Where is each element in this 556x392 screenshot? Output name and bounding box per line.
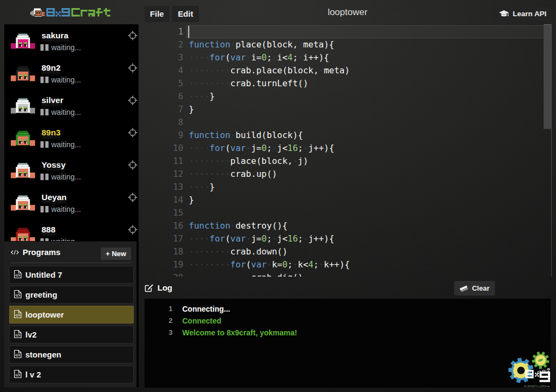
programs-panel: Programs + New Untitled 7 greeting loopt… (4, 242, 136, 387)
player-name: 89n3 (42, 128, 60, 137)
player-avatar-image (11, 60, 36, 82)
program-item-Untitled-7[interactable]: Untitled 7 (9, 266, 134, 284)
code-line-11: ········place(block,·j) (189, 155, 308, 168)
locate-player-button[interactable] (128, 63, 138, 73)
gutter-line-number: 3 (139, 51, 183, 64)
code-line-7: } (189, 103, 194, 116)
program-label: looptower (25, 310, 64, 319)
gutter-line-number: 8 (139, 116, 183, 129)
program-label: lv2 (25, 330, 37, 339)
graduation-cap-icon (499, 10, 509, 18)
player-row-Yossy[interactable]: Yossy waiting... (4, 155, 139, 188)
pause-icon (40, 77, 49, 83)
player-status-text: waiting... (51, 205, 81, 214)
player-avatar (11, 190, 36, 214)
code-line-14: } (189, 194, 194, 207)
locate-player-button[interactable] (128, 128, 138, 137)
program-item-greeting[interactable]: greeting (9, 286, 134, 304)
player-row-89n3[interactable]: 89n3 waiting... (4, 123, 139, 155)
player-status-text: waiting... (51, 75, 81, 84)
player-name: sakura (42, 31, 68, 40)
file-code-icon-wrap (14, 349, 22, 360)
locate-player-button[interactable] (128, 31, 138, 40)
code-line-16: function·destroy(){ (189, 219, 287, 232)
player-status-text: waiting... (51, 173, 81, 181)
player-name: Ueyan (42, 192, 67, 202)
log-entry-2: 2 Connected (145, 315, 551, 327)
gutter-line-number: 13 (139, 181, 183, 194)
player-row-89n2[interactable]: 89n2 waiting... (4, 58, 139, 91)
program-item-l-v-2[interactable]: l v 2 (9, 366, 134, 383)
program-item-looptower[interactable]: looptower (9, 306, 134, 324)
file-code-icon (14, 270, 22, 279)
player-avatar-image (11, 28, 36, 50)
eraser-icon (459, 285, 468, 292)
player-status: waiting... (40, 173, 81, 181)
player-row-sakura[interactable]: sakura waiting... (4, 26, 139, 58)
player-row-silver[interactable]: silver waiting... (4, 91, 139, 123)
clear-log-button[interactable]: Clear (454, 281, 495, 295)
gutter-line-number: 9 (139, 129, 183, 142)
log-entry-1: 1 Connecting... (145, 303, 551, 315)
program-label: l v 2 (25, 370, 41, 379)
locate-player-icon (128, 31, 138, 40)
locate-player-icon (128, 63, 138, 73)
programs-header: Programs (11, 247, 60, 257)
scrollbar-thumb[interactable] (544, 24, 551, 129)
program-item-stonegen[interactable]: stonegen (9, 346, 134, 363)
locate-player-button[interactable] (128, 160, 138, 170)
player-status: waiting... (40, 75, 81, 84)
player-avatar (11, 93, 36, 116)
programs-title: Programs (23, 247, 60, 257)
new-program-button[interactable]: + New (101, 247, 131, 260)
player-avatar-image (11, 125, 36, 147)
file-code-icon-wrap (14, 310, 22, 320)
gutter-line-number: 16 (139, 219, 183, 232)
gutter-line-number: 18 (139, 245, 183, 258)
gutter-line-number: 4 (139, 64, 183, 77)
file-code-icon (14, 369, 22, 379)
locate-player-button[interactable] (128, 95, 138, 105)
player-status: waiting... (40, 108, 81, 116)
player-name: Yossy (42, 160, 66, 170)
code-editor[interactable]: 1234567891011121314151617181920 function… (139, 24, 556, 277)
svg-text:キッズプログラミングスクール: キッズプログラミングスクール (524, 385, 550, 388)
code-line-3: ····for(var·i=0;·i<4;·i++){ (189, 51, 329, 64)
file-code-icon-wrap (14, 369, 22, 380)
player-row-Ueyan[interactable]: Ueyan waiting... (4, 188, 139, 220)
player-avatar-image (11, 93, 36, 114)
sidebar: sakura waiting... 89n2 waiting... (4, 24, 139, 387)
gutter-line-number: 6 (139, 90, 183, 103)
gutter-line-number: 19 (139, 258, 183, 271)
pause-icon (40, 206, 49, 212)
log-line-number: 3 (145, 327, 173, 339)
edit-log-icon (145, 284, 154, 292)
player-avatar (11, 125, 36, 149)
file-code-icon-wrap (14, 329, 22, 340)
gutter-line-number: 5 (139, 77, 183, 90)
player-avatar-image (11, 190, 36, 211)
code-line-19: ········for(var·k=0;·k<4;·k++){ (189, 258, 350, 271)
clear-label: Clear (472, 284, 490, 292)
gutter-line-number: 15 (139, 207, 183, 219)
code-line-20: ············crab.dig() (189, 271, 303, 277)
gutter-line-number: 7 (139, 103, 183, 116)
locate-player-button[interactable] (128, 225, 138, 235)
player-status: waiting... (40, 43, 81, 52)
file-code-icon (14, 349, 22, 359)
program-item-lv2[interactable]: lv2 (9, 326, 134, 343)
learn-api-button[interactable]: Learn API (494, 6, 551, 21)
code-line-5: ········crab.turnLeft() (189, 77, 308, 90)
code-line-4: ········crab.place(block,·meta) (189, 64, 350, 77)
gutter-line-number: 17 (139, 232, 183, 245)
log-line-text: Connected (182, 315, 221, 327)
locate-player-button[interactable] (128, 192, 138, 202)
code-line-2: function·place(block,·meta){ (189, 38, 334, 51)
learn-api-label: Learn API (513, 10, 547, 18)
player-name: 89n2 (42, 63, 60, 73)
player-status-text: waiting... (51, 140, 81, 149)
code-line-9: function·build(block){ (189, 129, 303, 142)
app-name (46, 8, 111, 19)
file-code-icon (14, 329, 22, 339)
log-line-number: 1 (145, 303, 173, 315)
